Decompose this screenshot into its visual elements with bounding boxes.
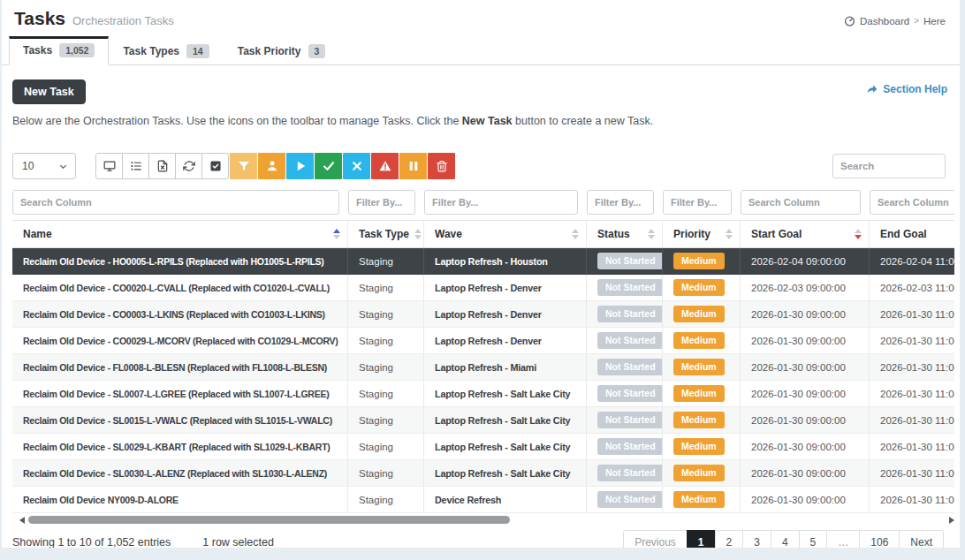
cell-priority: Medium [663,354,741,380]
cell-wave: Laptop Refresh - Miami [424,354,587,380]
breadcrumb-current: Here [923,16,946,26]
filter-cell-wave [424,190,587,215]
table-row[interactable]: Reclaim Old Device - CO0020-L-CVALL (Rep… [12,275,954,301]
priority-badge: Medium [673,385,725,402]
filter-input-priority[interactable] [663,190,732,215]
toolbar-button-cancel[interactable] [343,153,370,179]
page-title: Tasks [14,8,65,29]
cell-status: Not Started [587,434,663,459]
tab-tasks[interactable]: Tasks1,052 [9,36,109,65]
breadcrumb-dashboard-link[interactable]: Dashboard [860,16,909,26]
page-button-ellipsis[interactable]: … [826,530,860,548]
pagination: Previous12345…106Next [623,530,944,548]
cell-priority: Medium [663,275,741,300]
trash-icon [436,160,448,172]
chevron-down-icon [58,162,68,171]
cell-name: Reclaim Old Device - HO0005-L-RPILS (Rep… [12,248,348,274]
toolbar-colored-button-group [230,153,455,179]
page-button-next[interactable]: Next [899,530,944,548]
sort-arrows-icon [849,229,862,239]
cell-start-goal: 2026-01-30 09:00:00 [741,354,870,380]
tab-task-types[interactable]: Task Types14 [109,36,223,65]
pause-icon [407,160,420,172]
priority-badge: Medium [673,491,725,508]
cell-name: Reclaim Old Device - SL0030-L-ALENZ (Rep… [12,460,348,486]
status-badge: Not Started [597,359,663,375]
table-search-input[interactable] [832,154,946,178]
scroll-right-arrow-icon[interactable] [949,517,954,524]
table-row[interactable]: Reclaim Old Device - HO0005-L-RPILS (Rep… [12,248,954,275]
page-button-4[interactable]: 4 [771,530,800,548]
filter-input-task-type[interactable] [348,190,415,215]
toolbar-button-refresh[interactable] [175,153,202,179]
filter-cell-priority [663,190,741,215]
cell-status: Not Started [587,328,663,353]
column-header-wave[interactable]: Wave [424,221,587,247]
column-header-task-type[interactable]: Task Type [348,221,424,247]
toolbar-button-run[interactable] [286,153,314,179]
page-length-select[interactable]: 10 [12,153,76,179]
list-icon [130,160,142,172]
share-arrow-icon [866,83,878,95]
cell-task-type: Staging [348,407,424,433]
toolbar-button-assign-user[interactable] [258,153,285,179]
table-row[interactable]: Reclaim Old Device - CO0003-L-LKINS (Rep… [12,301,954,328]
content-panel: New Task Section Help Below are the Orch… [2,65,960,548]
cell-name: Reclaim Old Device - CO0029-L-MCORV (Rep… [12,328,348,353]
page-button-previous[interactable]: Previous [623,530,688,548]
tab-bar: Tasks1,052Task Types14Task Priority3 [2,31,960,65]
toolbar-button-list-view[interactable] [122,153,149,179]
toolbar-button-hold[interactable] [399,153,427,179]
toolbar-button-filter[interactable] [230,153,257,179]
cell-start-goal: 2026-02-03 09:00:00 [741,275,870,300]
cell-name: Reclaim Old Device - CO0003-L-LKINS (Rep… [12,301,348,327]
filter-input-wave[interactable] [424,190,578,215]
page-button-2[interactable]: 2 [715,530,744,548]
column-header-name[interactable]: Name [12,221,348,247]
toolbar-button-select-all[interactable] [201,153,229,179]
filter-input-start-goal[interactable] [741,190,861,215]
filter-input-end-goal[interactable] [870,190,954,215]
sort-arrows-icon [720,229,733,239]
toolbar-button-error[interactable] [371,153,399,179]
toolbar-button-display[interactable] [95,153,123,179]
horizontal-scrollbar [12,516,954,525]
page-button-3[interactable]: 3 [742,530,771,548]
cell-start-goal: 2026-01-30 09:00:00 [741,301,870,327]
toolbar-button-export-file[interactable] [148,153,176,179]
breadcrumb-separator: > [914,16,919,26]
priority-badge: Medium [673,438,725,455]
cell-end-goal: 2026-01-30 11:00:00 [870,434,954,459]
cell-status: Not Started [587,487,663,512]
table-row[interactable]: Reclaim Old Device - SL0007-L-LGREE (Rep… [12,381,954,407]
page-button-5[interactable]: 5 [799,530,828,548]
table-row[interactable]: Reclaim Old Device - SL0015-L-VWALC (Rep… [12,407,954,434]
page-button-106[interactable]: 106 [859,530,900,548]
scroll-left-arrow-icon[interactable] [19,517,25,524]
filter-input-status[interactable] [587,190,654,215]
toolbar-button-complete[interactable] [315,153,342,179]
tab-task-priority[interactable]: Task Priority3 [224,36,340,65]
scrollbar-thumb[interactable] [28,516,510,524]
user-icon [266,160,278,172]
column-header-priority[interactable]: Priority [663,221,741,247]
table-row[interactable]: Reclaim Old Device - SL0029-L-KBART (Rep… [12,434,954,460]
table-row[interactable]: Reclaim Old Device - CO0029-L-MCORV (Rep… [12,328,954,354]
section-help-link[interactable]: Section Help [866,79,947,95]
toolbar-button-delete[interactable] [428,153,455,179]
filter-input-name[interactable] [12,190,339,215]
table-row[interactable]: Reclaim Old Device NY009-D-ALOREStagingD… [12,487,954,513]
priority-badge: Medium [673,279,725,296]
cell-status: Not Started [587,460,663,486]
cell-wave: Laptop Refresh - Salt Lake City [424,381,587,406]
status-badge: Not Started [597,412,663,428]
filter-icon [238,160,250,172]
column-header-status[interactable]: Status [587,221,663,247]
cell-priority: Medium [663,407,741,433]
column-header-start-goal[interactable]: Start Goal [741,221,870,247]
table-row[interactable]: Reclaim Old Device - SL0030-L-ALENZ (Rep… [12,460,954,487]
table-row[interactable]: Reclaim Old Device - FL0008-L-BLESN (Rep… [12,354,954,381]
page-button-1[interactable]: 1 [687,530,716,548]
column-header-end-goal[interactable]: End Goal [870,221,954,247]
new-task-button[interactable]: New Task [12,79,86,104]
